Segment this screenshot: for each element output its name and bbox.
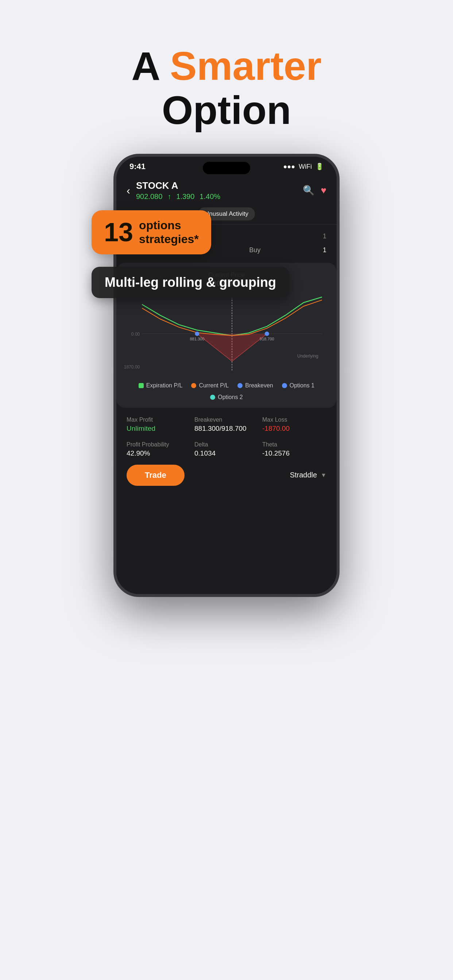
- legend-current-color: [191, 383, 196, 388]
- delta-label: Delta: [195, 441, 258, 448]
- battery-icon: 🔋: [316, 162, 324, 170]
- qty-label: 1: [323, 232, 327, 240]
- badge-strategies-text: options strategies*: [139, 218, 199, 247]
- svg-text:881.300: 881.300: [190, 337, 204, 341]
- stat-theta: Theta -10.2576: [262, 441, 327, 457]
- order-qty-col: 1: [323, 247, 327, 254]
- stock-ticker: STOCK A: [136, 180, 303, 191]
- legend-breakeven-label: Breakeven: [245, 382, 273, 389]
- profit-prob-label: Profit Probability: [126, 441, 191, 448]
- breakeven-label: Breakeven: [195, 417, 258, 423]
- legend-options2: Options 2: [210, 394, 242, 401]
- legend-breakeven-color: [238, 383, 242, 388]
- order-side: Buy: [249, 247, 260, 254]
- delta-value: 0.1034: [195, 449, 258, 457]
- straddle-selector[interactable]: Straddle ▼: [290, 471, 327, 479]
- stats-section: Max Profit Unlimited Breakeven 881.300/9…: [116, 408, 337, 457]
- status-icons: ●●● WiFi 🔋: [283, 162, 324, 170]
- header-actions: 🔍 ♥: [303, 185, 327, 196]
- profit-prob-value: 42.90%: [126, 449, 191, 457]
- max-loss-value: -1870.00: [262, 425, 327, 433]
- straddle-label: Straddle: [290, 471, 317, 479]
- straddle-arrow-icon: ▼: [321, 472, 327, 479]
- max-loss-label: Max Loss: [262, 417, 327, 423]
- chart-legend: Expiration P/L Current P/L Breakeven Opt…: [124, 382, 329, 401]
- legend-breakeven: Breakeven: [238, 382, 273, 389]
- badge-multileg-text: Multi-leg rolling & grouping: [105, 275, 276, 290]
- svg-text:Underlying: Underlying: [297, 353, 318, 359]
- legend-options1-label: Options 1: [290, 382, 314, 389]
- price-up-arrow: ↑: [167, 192, 171, 201]
- svg-text:-1870.00: -1870.00: [124, 364, 140, 369]
- hero-smarter: Smarter: [170, 43, 322, 88]
- max-profit-value: Unlimited: [126, 425, 191, 433]
- legend-expiration-color: [139, 383, 144, 388]
- badge-multileg: Multi-leg rolling & grouping: [91, 267, 289, 298]
- price-pct: 1.40%: [199, 192, 220, 201]
- legend-options1: Options 1: [282, 382, 314, 389]
- trade-button[interactable]: Trade: [126, 465, 185, 486]
- heart-icon[interactable]: ♥: [321, 185, 327, 196]
- legend-expiration-label: Expiration P/L: [146, 382, 183, 389]
- stat-breakeven: Breakeven 881.300/918.700: [195, 417, 258, 433]
- svg-marker-6: [197, 334, 266, 361]
- phone-notch: [203, 162, 250, 174]
- svg-text:0.00: 0.00: [131, 332, 140, 337]
- hero-title: A Smarter Option: [131, 44, 322, 132]
- status-time: 9:41: [129, 162, 145, 171]
- legend-expiration-pl: Expiration P/L: [139, 382, 183, 389]
- stat-max-profit: Max Profit Unlimited: [126, 417, 191, 433]
- stat-max-loss: Max Loss -1870.00: [262, 417, 327, 433]
- signal-icon: ●●●: [283, 163, 295, 170]
- breakeven-value: 881.300/918.700: [195, 425, 258, 433]
- badge-strategies: 13 options strategies*: [91, 210, 211, 255]
- header-info: STOCK A 902.080 ↑ 1.390 1.40%: [130, 180, 303, 201]
- wifi-icon: WiFi: [299, 163, 312, 170]
- theta-label: Theta: [262, 441, 327, 448]
- svg-point-8: [265, 332, 269, 336]
- stat-delta: Delta 0.1034: [195, 441, 258, 457]
- theta-value: -10.2576: [262, 449, 327, 457]
- back-button[interactable]: ‹: [126, 185, 130, 197]
- search-icon[interactable]: 🔍: [303, 185, 314, 196]
- hero-section: A Smarter Option: [131, 0, 322, 154]
- legend-options1-color: [282, 383, 287, 388]
- stock-price: 902.080: [136, 192, 162, 201]
- max-profit-label: Max Profit: [126, 417, 191, 423]
- hero-a: A: [131, 43, 159, 88]
- svg-text:918.700: 918.700: [260, 337, 274, 341]
- badge-strategies-number: 13: [104, 219, 133, 245]
- stats-grid: Max Profit Unlimited Breakeven 881.300/9…: [126, 417, 327, 457]
- bottom-bar: Trade Straddle ▼: [116, 457, 337, 500]
- phone-container: 13 options strategies* Multi-leg rolling…: [99, 154, 354, 597]
- svg-point-7: [195, 332, 199, 336]
- header-subtitle: 902.080 ↑ 1.390 1.40%: [136, 192, 303, 201]
- legend-current-pl: Current P/L: [191, 382, 229, 389]
- legend-current-label: Current P/L: [199, 382, 229, 389]
- chart-svg-container: 0.00 -1870.00: [124, 293, 329, 376]
- price-change: 1.390: [176, 192, 195, 201]
- chart-svg: 0.00 -1870.00: [124, 293, 329, 374]
- stat-profit-prob: Profit Probability 42.90%: [126, 441, 191, 457]
- legend-options2-color: [210, 395, 215, 400]
- legend-options2-label: Options 2: [218, 394, 242, 401]
- hero-option: Option: [162, 88, 291, 132]
- app-header: ‹ STOCK A 902.080 ↑ 1.390 1.40% 🔍 ♥: [116, 177, 337, 207]
